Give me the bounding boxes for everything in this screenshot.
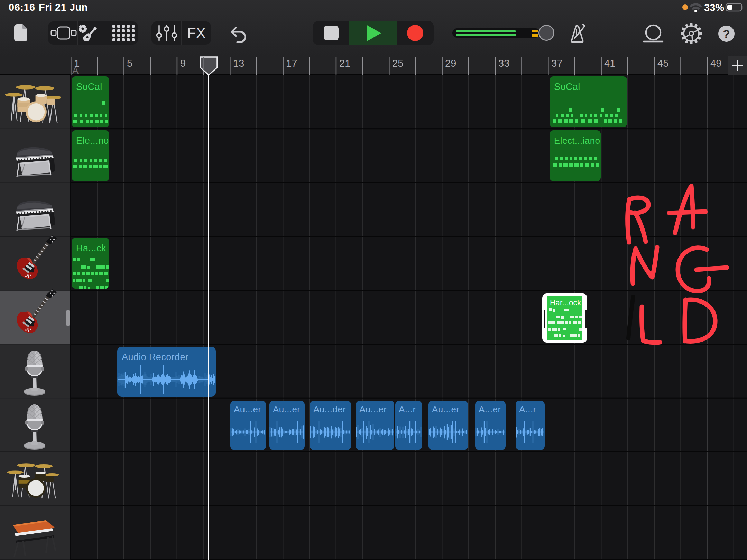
svg-text:9: 9 <box>180 58 186 69</box>
svg-text:A: A <box>72 65 79 75</box>
svg-text:49: 49 <box>710 58 721 69</box>
svg-text:33%: 33% <box>704 2 724 13</box>
svg-text:29: 29 <box>445 58 456 69</box>
svg-text:21: 21 <box>339 58 350 69</box>
svg-text:25: 25 <box>392 58 403 69</box>
svg-text:37: 37 <box>551 58 562 69</box>
svg-text:5: 5 <box>127 58 132 69</box>
svg-text:13: 13 <box>233 58 244 69</box>
svg-text:45: 45 <box>657 58 668 69</box>
svg-text:33: 33 <box>498 58 509 69</box>
svg-text:17: 17 <box>286 58 297 69</box>
svg-text:41: 41 <box>604 58 615 69</box>
svg-text:FX: FX <box>187 25 206 41</box>
